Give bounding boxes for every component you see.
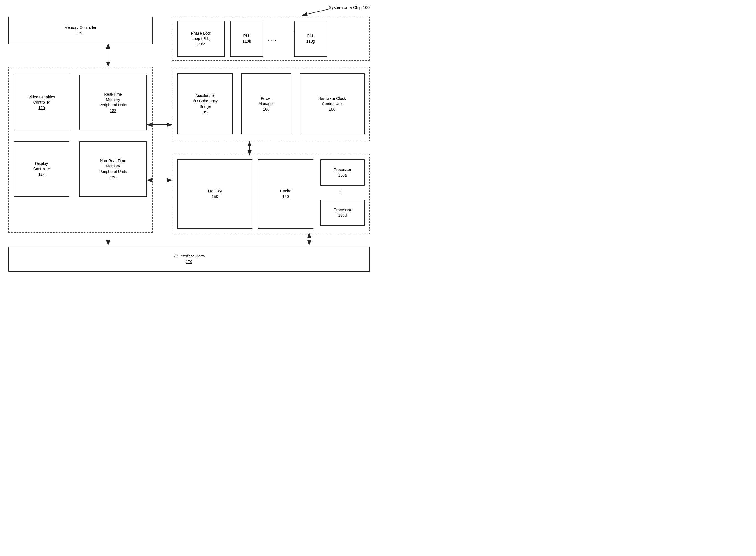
pll-a-number: 110a [197, 42, 205, 47]
soc-title-text: System on a Chip 100 [329, 5, 370, 10]
pll-a-box: Phase LockLoop (PLL) 110a [177, 21, 225, 57]
video-graphics-box: Video GraphicsController 120 [14, 75, 69, 130]
pll-b-number: 110b [242, 39, 251, 44]
power-manager-title: PowerManager [259, 96, 274, 107]
display-controller-title: DisplayController [33, 161, 50, 172]
processor-d-box: Processor 130d [320, 200, 365, 226]
processor-a-number: 130a [338, 173, 347, 178]
video-graphics-number: 120 [38, 105, 45, 111]
processor-d-number: 130d [338, 213, 347, 218]
pll-g-number: 110g [306, 39, 315, 44]
processor-a-title: Processor [334, 167, 351, 173]
accel-bridge-title: AcceleratorI/O CoherencyBridge [193, 93, 218, 109]
diagram: System on a Chip 100 [0, 0, 378, 278]
pll-b-box: PLL 110b [230, 21, 263, 57]
power-manager-box: PowerManager 160 [241, 73, 291, 134]
hw-clock-number: 166 [329, 107, 335, 112]
io-ports-box: I/O Interface Ports 170 [8, 247, 370, 272]
memory-controller-box: Memory Controller 160 [8, 16, 153, 44]
power-manager-number: 160 [263, 107, 269, 112]
rt-memory-title: Real-TimeMemoryPeripheral Units [99, 92, 127, 108]
io-ports-number: 170 [186, 259, 192, 265]
memory-title: Memory [208, 188, 222, 194]
pll-dots: . . . [268, 35, 276, 43]
svg-line-0 [302, 9, 330, 15]
pll-a-title: Phase LockLoop (PLL) [191, 31, 211, 42]
accel-bridge-box: AcceleratorI/O CoherencyBridge 162 [177, 73, 233, 134]
nrt-memory-title: Non-Real-TimeMemoryPeripheral Units [99, 158, 127, 175]
video-graphics-title: Video GraphicsController [28, 95, 55, 105]
memory-controller-title: Memory Controller [64, 25, 96, 31]
hw-clock-title: Hardware ClockControl Unit [318, 96, 346, 107]
rt-memory-number: 122 [110, 108, 116, 114]
memory-number: 150 [211, 194, 218, 200]
hw-clock-box: Hardware ClockControl Unit 166 [299, 73, 365, 134]
nrt-memory-box: Non-Real-TimeMemoryPeripheral Units 126 [79, 141, 147, 197]
pll-g-title: PLL [307, 33, 314, 39]
soc-label: System on a Chip 100 [329, 5, 370, 10]
memory-controller-number: 160 [77, 31, 84, 36]
processor-a-box: Processor 130a [320, 160, 365, 186]
io-ports-title: I/O Interface Ports [173, 254, 205, 259]
cache-number: 140 [282, 194, 289, 200]
nrt-memory-number: 126 [110, 175, 116, 180]
rt-memory-box: Real-TimeMemoryPeripheral Units 122 [79, 75, 147, 130]
processor-dots: ⋮ [338, 188, 343, 194]
pll-b-title: PLL [243, 33, 251, 39]
accel-bridge-number: 162 [202, 109, 208, 115]
display-controller-box: DisplayController 124 [14, 141, 69, 197]
memory-box: Memory 150 [177, 160, 252, 229]
pll-g-box: PLL 110g [294, 21, 327, 57]
cache-title: Cache [280, 188, 291, 194]
processor-d-title: Processor [334, 207, 351, 213]
display-controller-number: 124 [38, 172, 45, 177]
cache-box: Cache 140 [258, 160, 314, 229]
